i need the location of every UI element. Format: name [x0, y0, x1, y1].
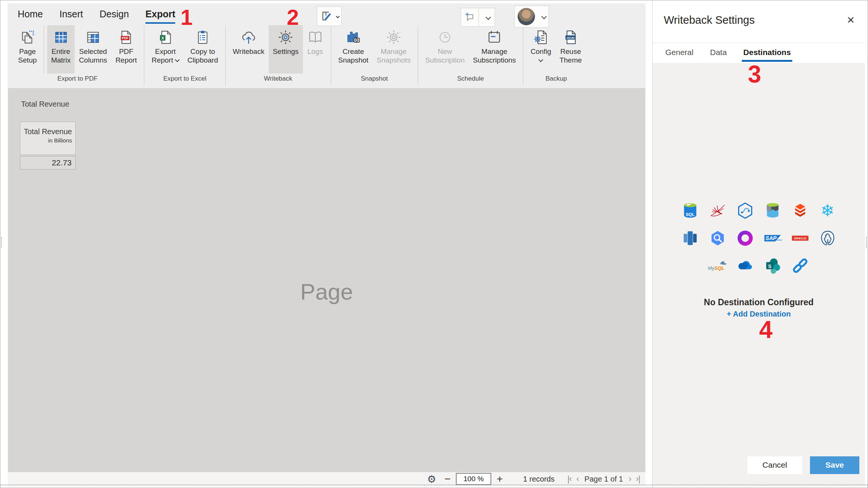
- right-resize-handle[interactable]: [866, 237, 867, 248]
- snapshot-camera-icon: [345, 29, 362, 46]
- ribbon-button-label: Copy to: [190, 47, 215, 56]
- ribbon-button-label: Export: [155, 47, 176, 56]
- ribbon-button-manage-subscriptions[interactable]: ManageSubscriptions: [469, 25, 520, 73]
- matrix-header-title: Total Revenue: [22, 127, 72, 136]
- ribbon-button-label: Subscriptions: [473, 56, 516, 64]
- add-comment-button[interactable]: [461, 8, 479, 27]
- ribbon-button-label: Config: [530, 47, 551, 56]
- calendar-icon: [486, 29, 503, 46]
- close-icon[interactable]: ×: [847, 13, 854, 26]
- zoom-in-button[interactable]: +: [497, 473, 503, 485]
- ribbon-button-label: Writeback: [233, 47, 264, 56]
- panel-tab-data[interactable]: Data: [709, 45, 728, 62]
- tab-home[interactable]: Home: [18, 9, 43, 22]
- ribbon-button-pdf-report[interactable]: PDFPDFReport: [111, 25, 141, 73]
- ribbon-group-backup: ConfigJSONReuseThemeBackup: [523, 25, 589, 86]
- ribbon-button-label: Report: [151, 56, 179, 64]
- first-page-button[interactable]: |‹: [567, 474, 572, 484]
- page-settings-gear-icon[interactable]: ⚙: [427, 473, 436, 485]
- ribbon-group-snapshot: CreateSnapshotManageSnapshotsSnapshot: [331, 25, 418, 86]
- sql-server-icon: [709, 202, 726, 219]
- comment-dropdown-button[interactable]: [478, 8, 495, 27]
- svg-text:JSON: JSON: [566, 36, 575, 40]
- ribbon-button-groups: PageSetupEntireMatrixSelectedColumnsPDFP…: [11, 25, 645, 86]
- zoom-out-button[interactable]: −: [445, 473, 451, 485]
- sharepoint-icon: S: [764, 257, 781, 274]
- empty-state-title: No Destination Configured: [653, 297, 865, 307]
- ribbon-button-label: Report: [115, 56, 137, 64]
- ribbon-group-buttons: ConfigJSONReuseTheme: [523, 25, 589, 73]
- cancel-button[interactable]: Cancel: [747, 456, 802, 474]
- tab-insert[interactable]: Insert: [60, 9, 83, 22]
- matrix-value-cell[interactable]: 22.73: [20, 156, 76, 170]
- panel-tab-general[interactable]: General: [664, 45, 695, 62]
- save-button[interactable]: Save: [810, 456, 859, 474]
- amazon-redshift-icon: [682, 229, 699, 247]
- azure-synapse-icon: [737, 202, 754, 219]
- panel-title: Writeback Settings: [664, 14, 755, 26]
- ribbon-button-label: Setup: [18, 56, 37, 64]
- url-link-icon: [791, 257, 809, 275]
- sharepoint-icon: S: [764, 257, 782, 275]
- azure-synapse-icon: [736, 202, 754, 220]
- ribbon-group-buttons: CreateSnapshotManageSnapshots: [331, 25, 418, 73]
- ribbon-group-writeback: WritebackSettingsLogsWriteback: [225, 25, 331, 86]
- ribbon-button-page-setup[interactable]: PageSetup: [14, 25, 44, 73]
- ribbon-button-label: Clipboard: [187, 56, 218, 64]
- account-menu-button[interactable]: [514, 6, 549, 28]
- ribbon-button-config[interactable]: Config: [526, 25, 555, 73]
- gear-icon: [277, 29, 294, 46]
- ribbon-button-settings[interactable]: Settings: [269, 25, 303, 73]
- tab-export[interactable]: Export: [145, 9, 175, 24]
- gear-outline-icon: [385, 29, 402, 46]
- ribbon-button-reuse-theme[interactable]: JSONReuseTheme: [555, 25, 586, 73]
- panel-tab-destinations[interactable]: Destinations: [742, 45, 792, 62]
- previous-page-button[interactable]: ‹: [576, 474, 579, 484]
- edit-layout-button[interactable]: [317, 6, 342, 26]
- dataverse-icon: [737, 229, 754, 247]
- ribbon-group-label: Schedule: [418, 73, 523, 86]
- databricks-icon: [792, 202, 809, 219]
- next-page-button[interactable]: ›: [629, 474, 631, 484]
- ribbon-button-entire-matrix[interactable]: EntireMatrix: [47, 25, 75, 73]
- mysql-icon: MySQL: [707, 259, 728, 272]
- destinations-tab-content: SQL❄SAPHANAORACLEMySQLS No Destination C…: [653, 63, 865, 486]
- onedrive-icon: [736, 257, 754, 275]
- chevron-down-icon: [541, 14, 546, 19]
- ribbon-group-buttons: PageSetupEntireMatrixSelectedColumnsPDFP…: [11, 25, 144, 73]
- dataverse-icon: [736, 229, 754, 247]
- ribbon-button-writeback[interactable]: Writeback: [229, 25, 269, 73]
- user-avatar: [518, 8, 535, 25]
- ribbon-button-create-snapshot[interactable]: CreateSnapshot: [334, 25, 373, 73]
- ribbon-button-label: Entire: [52, 47, 70, 56]
- ribbon-group-label: Export to Excel: [144, 73, 225, 86]
- ribbon-button-copy-to-clipboard[interactable]: Copy toClipboard: [183, 25, 222, 73]
- ribbon-group-buttons: NewSubscriptionManageSubscriptions: [418, 25, 523, 73]
- ribbon-group-export-to-pdf: PageSetupEntireMatrixSelectedColumnsPDFP…: [11, 25, 144, 86]
- sap-hana-icon: SAPHANA: [764, 229, 782, 247]
- last-page-button[interactable]: ›|: [636, 474, 640, 484]
- ribbon-button-selected-columns[interactable]: SelectedColumns: [75, 25, 111, 73]
- panel-header-divider: [653, 43, 865, 43]
- matrix-column-header[interactable]: Total Revenue in Billions: [20, 122, 76, 155]
- clipboard-icon: [195, 29, 211, 45]
- ribbon-button-label: Subscription: [425, 56, 465, 64]
- chevron-down-icon: [175, 57, 180, 62]
- ribbon-button-label: Reuse: [560, 47, 581, 56]
- postgresql-icon: [819, 229, 837, 247]
- ribbon-button-export-report[interactable]: XExportReport: [147, 25, 183, 73]
- snowflake-icon: ❄: [819, 202, 837, 220]
- ribbon-button-label: Manage: [381, 47, 406, 56]
- matrix-header-subtitle: in Billions: [22, 137, 72, 144]
- ribbon-group-label: Export to PDF: [11, 73, 144, 86]
- annotation-4: 4: [759, 318, 773, 342]
- ribbon-button-label: Settings: [273, 47, 299, 56]
- svg-text:ORACLE: ORACLE: [794, 237, 806, 240]
- page-indicator: Page 1 of 1: [584, 475, 623, 483]
- google-bigquery-icon: [709, 229, 727, 247]
- tab-design[interactable]: Design: [99, 9, 129, 22]
- left-resize-handle[interactable]: [1, 237, 2, 248]
- add-destination-link[interactable]: + Add Destination: [653, 310, 865, 318]
- google-bigquery-icon: [709, 229, 726, 247]
- zoom-level-field[interactable]: 100 %: [456, 473, 491, 485]
